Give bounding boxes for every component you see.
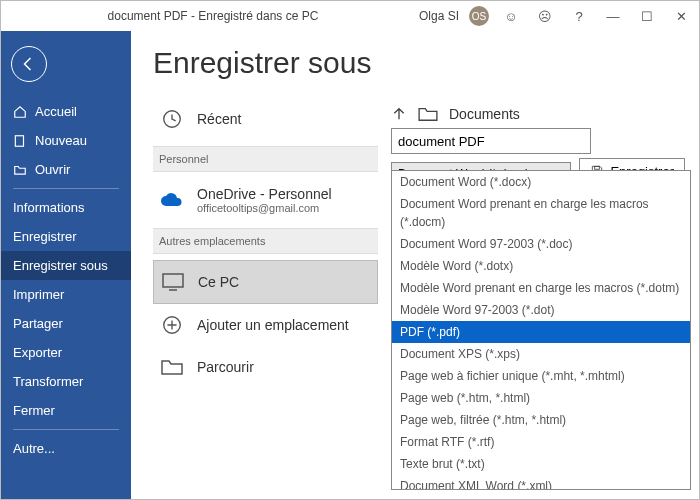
svg-rect-4 xyxy=(595,166,600,169)
filetype-option[interactable]: PDF (*.pdf) xyxy=(392,321,690,343)
filetype-option[interactable]: Texte brut (*.txt) xyxy=(392,453,690,475)
filetype-option[interactable]: Document Word 97-2003 (*.doc) xyxy=(392,233,690,255)
filetype-option[interactable]: Page web, filtrée (*.htm, *.html) xyxy=(392,409,690,431)
new-icon xyxy=(13,134,27,148)
face-smile-icon[interactable]: ☺ xyxy=(499,9,523,24)
save-panel: Documents Document Word (*.docx) ▾ Enreg… xyxy=(391,106,685,186)
filetype-option[interactable]: Document XPS (*.xps) xyxy=(392,343,690,365)
nav-close[interactable]: Fermer xyxy=(1,396,131,425)
current-folder[interactable]: Documents xyxy=(449,106,520,122)
location-thispc-label: Ce PC xyxy=(198,274,239,290)
filetype-dropdown[interactable]: Document Word (*.docx)Document Word pren… xyxy=(391,170,691,490)
nav-transform[interactable]: Transformer xyxy=(1,367,131,396)
nav-share[interactable]: Partager xyxy=(1,309,131,338)
nav-open[interactable]: Ouvrir xyxy=(1,155,131,184)
nav-print-label: Imprimer xyxy=(13,287,64,302)
svg-rect-2 xyxy=(163,274,183,287)
filetype-option[interactable]: Document XML Word (*.xml) xyxy=(392,475,690,490)
nav-new[interactable]: Nouveau xyxy=(1,126,131,155)
maximize-button[interactable]: ☐ xyxy=(635,9,659,24)
help-icon[interactable]: ? xyxy=(567,9,591,24)
filetype-option[interactable]: Document Word prenant en charge les macr… xyxy=(392,193,690,233)
pc-icon xyxy=(160,269,186,295)
location-onedrive-text: OneDrive - Personnelofficetooltips@gmail… xyxy=(197,186,332,214)
filetype-option[interactable]: Page web à fichier unique (*.mht, *.mhtm… xyxy=(392,365,690,387)
filetype-option[interactable]: Modèle Word 97-2003 (*.dot) xyxy=(392,299,690,321)
filetype-option[interactable]: Page web (*.htm, *.html) xyxy=(392,387,690,409)
titlebar: document PDF - Enregistré dans ce PC Olg… xyxy=(1,1,699,31)
location-addplace-label: Ajouter un emplacement xyxy=(197,317,349,333)
filename-input[interactable] xyxy=(391,128,591,154)
filetype-option[interactable]: Modèle Word prenant en charge les macros… xyxy=(392,277,690,299)
location-thispc[interactable]: Ce PC xyxy=(153,260,378,304)
folder-icon xyxy=(159,354,185,380)
home-icon xyxy=(13,105,27,119)
location-browse-label: Parcourir xyxy=(197,359,254,375)
arrow-left-icon xyxy=(20,55,38,73)
nav-info-label: Informations xyxy=(13,200,85,215)
window-title: document PDF - Enregistré dans ce PC xyxy=(7,9,419,23)
backstage-sidebar: Accueil Nouveau Ouvrir Informations Enre… xyxy=(1,31,131,500)
location-browse[interactable]: Parcourir xyxy=(153,346,378,388)
add-location-icon xyxy=(159,312,185,338)
nav-more[interactable]: Autre... xyxy=(1,434,131,463)
svg-rect-0 xyxy=(15,135,23,146)
nav-home-label: Accueil xyxy=(35,104,77,119)
filetype-option[interactable]: Modèle Word (*.dotx) xyxy=(392,255,690,277)
filetype-option[interactable]: Format RTF (*.rtf) xyxy=(392,431,690,453)
close-button[interactable]: ✕ xyxy=(669,9,693,24)
location-onedrive[interactable]: OneDrive - Personnelofficetooltips@gmail… xyxy=(153,178,378,222)
minimize-button[interactable]: ― xyxy=(601,9,625,24)
clock-icon xyxy=(159,106,185,132)
nav-home[interactable]: Accueil xyxy=(1,97,131,126)
user-name: Olga SI xyxy=(419,9,459,23)
location-onedrive-title: OneDrive - Personnel xyxy=(197,186,332,202)
location-onedrive-sub: officetooltips@gmail.com xyxy=(197,202,332,214)
up-arrow-icon[interactable] xyxy=(391,106,407,122)
locations-other-heading: Autres emplacements xyxy=(153,228,378,254)
nav-separator xyxy=(13,429,119,430)
nav-info[interactable]: Informations xyxy=(1,193,131,222)
folder-icon[interactable] xyxy=(417,106,439,122)
locations-personal-heading: Personnel xyxy=(153,146,378,172)
nav-saveas-label: Enregistrer sous xyxy=(13,258,108,273)
page-title: Enregistrer sous xyxy=(153,46,677,80)
nav-share-label: Partager xyxy=(13,316,63,331)
locations-panel: Récent Personnel OneDrive - Personneloff… xyxy=(153,98,378,388)
filetype-option[interactable]: Document Word (*.docx) xyxy=(392,171,690,193)
nav-open-label: Ouvrir xyxy=(35,162,70,177)
nav-separator xyxy=(13,188,119,189)
face-sad-icon[interactable]: ☹ xyxy=(533,9,557,24)
back-button[interactable] xyxy=(11,46,47,82)
nav-export[interactable]: Exporter xyxy=(1,338,131,367)
location-recent-label: Récent xyxy=(197,111,241,127)
nav-transform-label: Transformer xyxy=(13,374,83,389)
nav-new-label: Nouveau xyxy=(35,133,87,148)
nav-print[interactable]: Imprimer xyxy=(1,280,131,309)
location-recent[interactable]: Récent xyxy=(153,98,378,140)
nav-close-label: Fermer xyxy=(13,403,55,418)
nav-export-label: Exporter xyxy=(13,345,62,360)
nav-saveas[interactable]: Enregistrer sous xyxy=(1,251,131,280)
nav-more-label: Autre... xyxy=(13,441,55,456)
cloud-icon xyxy=(159,187,185,213)
open-icon xyxy=(13,163,27,177)
nav-save[interactable]: Enregistrer xyxy=(1,222,131,251)
location-addplace[interactable]: Ajouter un emplacement xyxy=(153,304,378,346)
nav-save-label: Enregistrer xyxy=(13,229,77,244)
user-avatar[interactable]: OS xyxy=(469,6,489,26)
